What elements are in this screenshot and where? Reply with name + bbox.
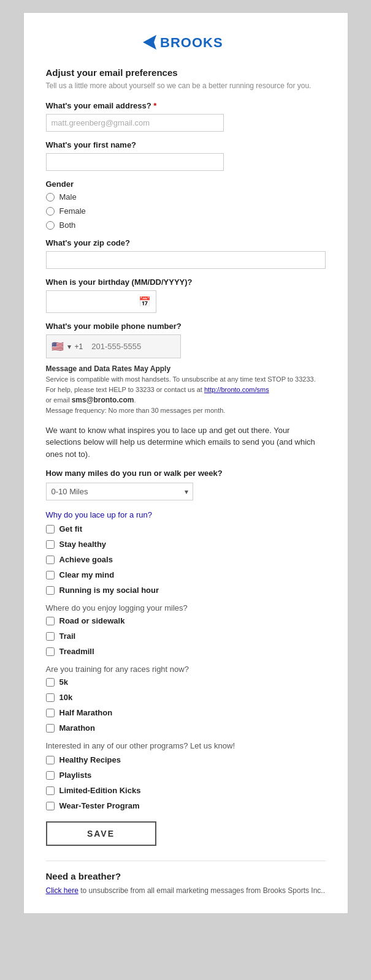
- phone-label: What's your mobile phone number?: [46, 322, 326, 331]
- phone-input[interactable]: [86, 338, 175, 355]
- logo-area: BROOKS: [46, 30, 326, 56]
- calendar-icon[interactable]: 📅: [139, 296, 151, 307]
- miles-question-label: How many miles do you run or walk per we…: [46, 469, 326, 478]
- miles-select[interactable]: 0-10 Miles 11-20 Miles 21-30 Miles 30+ M…: [46, 483, 193, 500]
- lace-social[interactable]: Running is my social hour: [46, 586, 326, 595]
- zip-input[interactable]: [46, 251, 326, 269]
- races-check-group: 5k 10k Half Marathon Marathon: [46, 677, 326, 733]
- svg-marker-0: [143, 35, 156, 50]
- programs-question-label: Interested in any of our other programs?…: [46, 741, 326, 750]
- check-limited-kicks[interactable]: [46, 786, 55, 795]
- logging-question-label: Where do you enjoy logging your miles?: [46, 603, 326, 612]
- log-treadmill[interactable]: Treadmill: [46, 647, 326, 656]
- prog-limited-kicks[interactable]: Limited-Edition Kicks: [46, 786, 326, 795]
- lace-up-question-label: Why do you lace up for a run?: [46, 510, 326, 519]
- breather-title: Need a breather?: [46, 871, 326, 881]
- save-button[interactable]: SAVE: [46, 821, 156, 846]
- svg-text:BROOKS: BROOKS: [160, 35, 223, 50]
- lace-up-check-group: Get fit Stay healthy Achieve goals Clear…: [46, 524, 326, 595]
- zip-label: What's your zip code?: [46, 238, 326, 247]
- lace-achieve-goals[interactable]: Achieve goals: [46, 555, 326, 564]
- phone-wrap: 🇺🇸 ▾ +1: [46, 334, 181, 358]
- gender-female-radio[interactable]: [46, 207, 55, 216]
- check-5k[interactable]: [46, 678, 55, 687]
- log-road[interactable]: Road or sidewalk: [46, 616, 326, 625]
- inspire-text: We want to know what inspires you to lac…: [46, 424, 326, 461]
- race-10k[interactable]: 10k: [46, 693, 326, 702]
- flag-icon: 🇺🇸: [52, 341, 64, 352]
- gender-male[interactable]: Male: [46, 192, 326, 202]
- gender-male-radio[interactable]: [46, 193, 55, 202]
- page-subtitle: Tell us a little more about yourself so …: [46, 80, 326, 91]
- race-5k[interactable]: 5k: [46, 677, 326, 687]
- breather-text: Click here to unsubscribe from all email…: [46, 885, 326, 896]
- prog-wear-tester[interactable]: Wear-Tester Program: [46, 801, 326, 810]
- logging-check-group: Road or sidewalk Trail Treadmill: [46, 616, 326, 656]
- email-input[interactable]: [46, 114, 224, 132]
- unsubscribe-link[interactable]: Click here: [46, 886, 78, 895]
- gender-both-radio[interactable]: [46, 221, 55, 230]
- gender-label: Gender: [46, 179, 326, 189]
- check-marathon[interactable]: [46, 724, 55, 733]
- name-label: What's your first name?: [46, 140, 326, 149]
- check-social[interactable]: [46, 586, 55, 595]
- check-trail[interactable]: [46, 632, 55, 641]
- races-question-label: Are you training for any races right now…: [46, 665, 326, 674]
- log-trail[interactable]: Trail: [46, 631, 326, 641]
- race-half-marathon[interactable]: Half Marathon: [46, 708, 326, 717]
- brooks-logo: BROOKS: [137, 30, 235, 55]
- race-marathon[interactable]: Marathon: [46, 723, 326, 733]
- check-10k[interactable]: [46, 693, 55, 702]
- breather-section: Need a breather? Click here to unsubscri…: [46, 861, 326, 896]
- check-healthy-recipes[interactable]: [46, 756, 55, 764]
- check-clear-mind[interactable]: [46, 571, 55, 579]
- birthday-wrap: 📅: [46, 290, 156, 313]
- check-achieve-goals[interactable]: [46, 556, 55, 564]
- page-title: Adjust your email preferences: [46, 67, 326, 78]
- prog-playlists[interactable]: Playlists: [46, 771, 326, 780]
- lace-clear-mind[interactable]: Clear my mind: [46, 570, 326, 579]
- check-playlists[interactable]: [46, 771, 55, 780]
- check-wear-tester[interactable]: [46, 802, 55, 810]
- lace-get-fit[interactable]: Get fit: [46, 524, 326, 533]
- sms-link[interactable]: http://bronto.com/sms: [204, 386, 269, 393]
- check-treadmill[interactable]: [46, 647, 55, 656]
- miles-dropdown-wrap: 0-10 Miles 11-20 Miles 21-30 Miles 30+ M…: [46, 483, 193, 500]
- gender-female[interactable]: Female: [46, 206, 326, 216]
- birthday-input[interactable]: [52, 293, 139, 310]
- lace-stay-healthy[interactable]: Stay healthy: [46, 540, 326, 549]
- name-input[interactable]: [46, 153, 224, 171]
- sms-note: Message and Data Rates May Apply Service…: [46, 363, 326, 416]
- main-card: BROOKS Adjust your email preferences Tel…: [23, 12, 348, 914]
- gender-both[interactable]: Both: [46, 221, 326, 230]
- check-half-marathon[interactable]: [46, 709, 55, 717]
- programs-check-group: Healthy Recipes Playlists Limited-Editio…: [46, 755, 326, 810]
- email-label: What's your email address? *: [46, 101, 326, 110]
- gender-radio-group: Male Female Both: [46, 192, 326, 230]
- check-stay-healthy[interactable]: [46, 540, 55, 549]
- prog-healthy-recipes[interactable]: Healthy Recipes: [46, 755, 326, 764]
- check-road[interactable]: [46, 617, 55, 625]
- check-get-fit[interactable]: [46, 525, 55, 533]
- birthday-label: When is your birthday (MM/DD/YYYY)?: [46, 277, 326, 287]
